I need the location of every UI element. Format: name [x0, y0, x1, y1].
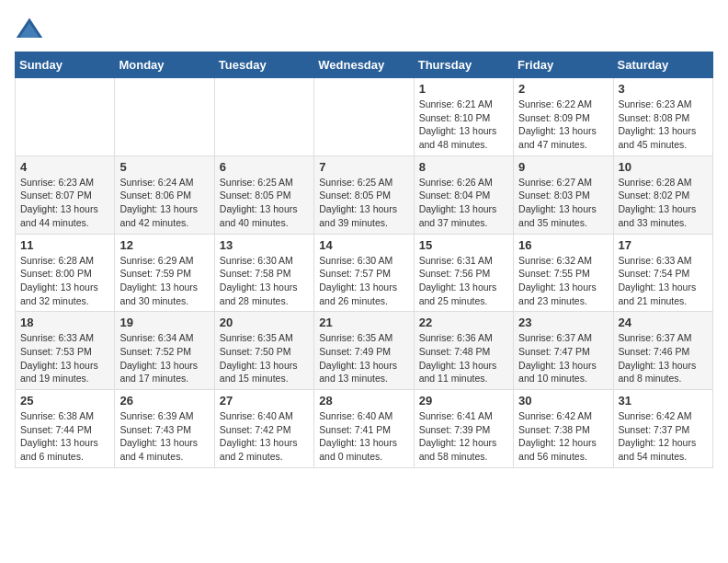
calendar-table: SundayMondayTuesdayWednesdayThursdayFrid… [15, 52, 713, 468]
calendar-cell: 8Sunrise: 6:26 AM Sunset: 8:04 PM Daylig… [414, 155, 513, 234]
calendar-cell [16, 78, 115, 156]
day-info: Sunrise: 6:31 AM Sunset: 7:56 PM Dayligh… [419, 254, 508, 308]
calendar-cell: 26Sunrise: 6:39 AM Sunset: 7:43 PM Dayli… [115, 390, 214, 468]
day-info: Sunrise: 6:23 AM Sunset: 8:08 PM Dayligh… [619, 98, 708, 152]
day-info: Sunrise: 6:33 AM Sunset: 7:53 PM Dayligh… [20, 331, 109, 385]
day-number: 20 [220, 316, 309, 329]
calendar-header-friday: Friday [514, 52, 613, 78]
day-info: Sunrise: 6:39 AM Sunset: 7:43 PM Dayligh… [119, 409, 209, 464]
day-number: 28 [319, 394, 408, 408]
day-number: 14 [319, 238, 408, 252]
day-info: Sunrise: 6:30 AM Sunset: 7:58 PM Dayligh… [220, 254, 309, 308]
calendar-cell: 7Sunrise: 6:25 AM Sunset: 8:05 PM Daylig… [314, 155, 414, 234]
day-number: 4 [20, 160, 109, 174]
day-info: Sunrise: 6:30 AM Sunset: 7:57 PM Dayligh… [319, 254, 408, 308]
day-number: 3 [619, 82, 708, 96]
calendar-header-monday: Monday [115, 52, 214, 78]
calendar-cell [214, 78, 313, 156]
day-info: Sunrise: 6:42 AM Sunset: 7:38 PM Dayligh… [518, 409, 608, 464]
calendar-cell: 28Sunrise: 6:40 AM Sunset: 7:41 PM Dayli… [314, 390, 414, 468]
calendar-cell: 29Sunrise: 6:41 AM Sunset: 7:39 PM Dayli… [414, 390, 513, 468]
calendar-cell: 25Sunrise: 6:38 AM Sunset: 7:44 PM Dayli… [16, 390, 115, 468]
day-info: Sunrise: 6:24 AM Sunset: 8:06 PM Dayligh… [119, 176, 209, 230]
day-info: Sunrise: 6:32 AM Sunset: 7:55 PM Dayligh… [518, 254, 608, 308]
day-info: Sunrise: 6:29 AM Sunset: 7:59 PM Dayligh… [119, 254, 209, 308]
day-number: 15 [419, 238, 508, 252]
calendar-week-row: 25Sunrise: 6:38 AM Sunset: 7:44 PM Dayli… [16, 390, 713, 468]
calendar-cell: 5Sunrise: 6:24 AM Sunset: 8:06 PM Daylig… [115, 155, 214, 234]
calendar-header-tuesday: Tuesday [214, 52, 313, 78]
day-info: Sunrise: 6:28 AM Sunset: 8:02 PM Dayligh… [619, 176, 708, 230]
logo-icon [15, 15, 44, 44]
day-number: 17 [619, 238, 708, 252]
day-number: 5 [119, 160, 209, 174]
calendar-cell: 19Sunrise: 6:34 AM Sunset: 7:52 PM Dayli… [115, 312, 214, 390]
day-info: Sunrise: 6:22 AM Sunset: 8:09 PM Dayligh… [518, 98, 608, 152]
calendar-cell: 1Sunrise: 6:21 AM Sunset: 8:10 PM Daylig… [414, 78, 513, 156]
day-number: 2 [518, 82, 608, 96]
day-info: Sunrise: 6:27 AM Sunset: 8:03 PM Dayligh… [518, 176, 608, 230]
calendar-cell: 22Sunrise: 6:36 AM Sunset: 7:48 PM Dayli… [414, 312, 513, 390]
calendar-cell: 27Sunrise: 6:40 AM Sunset: 7:42 PM Dayli… [214, 390, 313, 468]
day-info: Sunrise: 6:21 AM Sunset: 8:10 PM Dayligh… [419, 98, 508, 152]
calendar-cell: 18Sunrise: 6:33 AM Sunset: 7:53 PM Dayli… [16, 312, 115, 390]
calendar-cell [115, 78, 214, 156]
day-number: 29 [419, 394, 508, 408]
day-number: 10 [619, 160, 708, 174]
calendar-cell: 12Sunrise: 6:29 AM Sunset: 7:59 PM Dayli… [115, 234, 214, 312]
day-number: 26 [119, 394, 209, 408]
day-info: Sunrise: 6:36 AM Sunset: 7:48 PM Dayligh… [419, 331, 508, 385]
day-number: 12 [119, 238, 209, 252]
day-info: Sunrise: 6:40 AM Sunset: 7:41 PM Dayligh… [319, 409, 408, 464]
day-number: 6 [220, 160, 309, 174]
day-number: 11 [20, 238, 109, 252]
day-info: Sunrise: 6:25 AM Sunset: 8:05 PM Dayligh… [220, 176, 309, 230]
day-number: 23 [518, 316, 608, 329]
day-info: Sunrise: 6:35 AM Sunset: 7:49 PM Dayligh… [319, 331, 408, 385]
day-info: Sunrise: 6:28 AM Sunset: 8:00 PM Dayligh… [20, 254, 109, 308]
day-number: 19 [119, 316, 209, 329]
day-number: 7 [319, 160, 408, 174]
calendar-header-saturday: Saturday [613, 52, 712, 78]
calendar-cell: 3Sunrise: 6:23 AM Sunset: 8:08 PM Daylig… [613, 78, 712, 156]
day-number: 13 [220, 238, 309, 252]
calendar-cell: 30Sunrise: 6:42 AM Sunset: 7:38 PM Dayli… [514, 390, 613, 468]
calendar-header-row: SundayMondayTuesdayWednesdayThursdayFrid… [16, 52, 713, 78]
calendar-cell: 23Sunrise: 6:37 AM Sunset: 7:47 PM Dayli… [514, 312, 613, 390]
day-number: 25 [20, 394, 109, 408]
day-info: Sunrise: 6:41 AM Sunset: 7:39 PM Dayligh… [419, 409, 508, 464]
calendar-header-wednesday: Wednesday [314, 52, 414, 78]
calendar-cell: 31Sunrise: 6:42 AM Sunset: 7:37 PM Dayli… [613, 390, 712, 468]
day-number: 9 [518, 160, 608, 174]
calendar-cell: 4Sunrise: 6:23 AM Sunset: 8:07 PM Daylig… [16, 155, 115, 234]
day-info: Sunrise: 6:23 AM Sunset: 8:07 PM Dayligh… [20, 176, 109, 230]
calendar-cell: 2Sunrise: 6:22 AM Sunset: 8:09 PM Daylig… [514, 78, 613, 156]
calendar-header-sunday: Sunday [16, 52, 115, 78]
calendar-week-row: 11Sunrise: 6:28 AM Sunset: 8:00 PM Dayli… [16, 234, 713, 312]
calendar-cell: 16Sunrise: 6:32 AM Sunset: 7:55 PM Dayli… [514, 234, 613, 312]
calendar-cell: 17Sunrise: 6:33 AM Sunset: 7:54 PM Dayli… [613, 234, 712, 312]
calendar-cell: 14Sunrise: 6:30 AM Sunset: 7:57 PM Dayli… [314, 234, 414, 312]
day-info: Sunrise: 6:42 AM Sunset: 7:37 PM Dayligh… [619, 409, 708, 464]
calendar-cell: 21Sunrise: 6:35 AM Sunset: 7:49 PM Dayli… [314, 312, 414, 390]
day-info: Sunrise: 6:37 AM Sunset: 7:47 PM Dayligh… [518, 331, 608, 385]
logo [15, 15, 48, 44]
calendar-cell: 13Sunrise: 6:30 AM Sunset: 7:58 PM Dayli… [214, 234, 313, 312]
day-number: 1 [419, 82, 508, 96]
day-number: 31 [619, 394, 708, 408]
calendar-cell: 20Sunrise: 6:35 AM Sunset: 7:50 PM Dayli… [214, 312, 313, 390]
day-number: 30 [518, 394, 608, 408]
calendar-cell: 9Sunrise: 6:27 AM Sunset: 8:03 PM Daylig… [514, 155, 613, 234]
day-number: 27 [220, 394, 309, 408]
calendar-week-row: 4Sunrise: 6:23 AM Sunset: 8:07 PM Daylig… [16, 155, 713, 234]
day-number: 21 [319, 316, 408, 329]
calendar-cell: 11Sunrise: 6:28 AM Sunset: 8:00 PM Dayli… [16, 234, 115, 312]
day-info: Sunrise: 6:34 AM Sunset: 7:52 PM Dayligh… [119, 331, 209, 385]
day-info: Sunrise: 6:37 AM Sunset: 7:46 PM Dayligh… [619, 331, 708, 385]
day-info: Sunrise: 6:26 AM Sunset: 8:04 PM Dayligh… [419, 176, 508, 230]
day-number: 22 [419, 316, 508, 329]
calendar-cell: 6Sunrise: 6:25 AM Sunset: 8:05 PM Daylig… [214, 155, 313, 234]
day-info: Sunrise: 6:38 AM Sunset: 7:44 PM Dayligh… [20, 409, 109, 464]
day-number: 16 [518, 238, 608, 252]
calendar-week-row: 18Sunrise: 6:33 AM Sunset: 7:53 PM Dayli… [16, 312, 713, 390]
